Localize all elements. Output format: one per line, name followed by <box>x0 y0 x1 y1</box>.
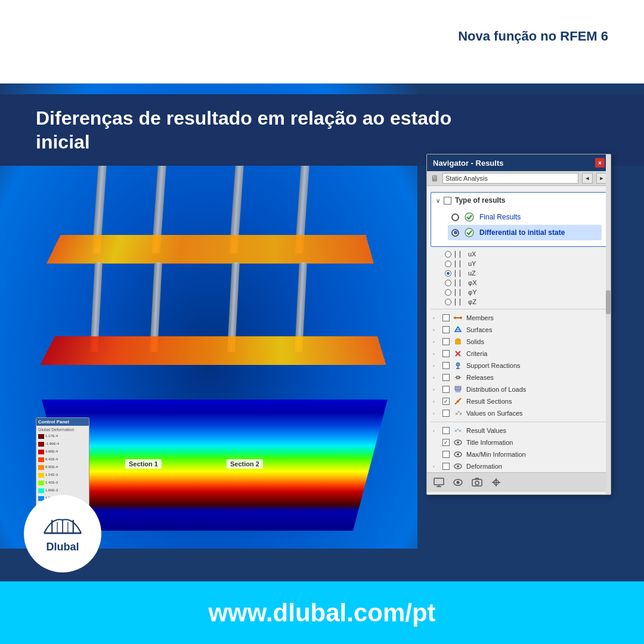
nav-members[interactable]: › Members <box>427 312 611 324</box>
nav-result-values[interactable]: › × × × Result Values <box>427 425 611 436</box>
nav-support-reactions[interactable]: › Support Reactions <box>427 360 611 371</box>
svg-text:×: × <box>459 428 462 434</box>
uy-label: uY <box>468 260 476 267</box>
uz-label: uZ <box>468 270 476 277</box>
disp-phiy[interactable]: ▏▏ φY <box>427 287 611 297</box>
title-info-label: Title Information <box>466 439 513 446</box>
nav-releases[interactable]: › Releases <box>427 371 611 383</box>
ux-label: uX <box>468 250 476 258</box>
final-results-radio[interactable] <box>451 213 459 221</box>
section-1-label: Section 1 <box>125 459 162 469</box>
values-surfaces-checkbox[interactable] <box>442 410 450 417</box>
members-checkbox[interactable] <box>442 314 450 321</box>
phix-radio[interactable] <box>445 280 451 286</box>
maxmin-label: Max/Min Information <box>466 451 526 458</box>
ux-radio[interactable] <box>445 251 451 258</box>
disp-ux[interactable]: ▏▏ uX <box>427 249 611 259</box>
support-reactions-checkbox[interactable] <box>442 362 450 369</box>
dist-loads-checkbox[interactable] <box>442 386 450 393</box>
support-reactions-icon <box>453 361 463 370</box>
tree-items-group1: › Members › <box>427 312 611 419</box>
uy-radio[interactable] <box>445 261 451 267</box>
nav-surfaces[interactable]: › Surfaces <box>427 324 611 336</box>
type-results-checkbox[interactable] <box>444 197 451 205</box>
nav-result-sections[interactable]: › Result Sections <box>427 395 611 407</box>
svg-point-11 <box>456 363 460 366</box>
support-reactions-label: Support Reactions <box>466 362 521 369</box>
final-results-option[interactable]: Final Results <box>448 209 602 225</box>
scrollbar-thumb[interactable] <box>606 290 611 314</box>
result-values-checkbox[interactable] <box>442 427 450 434</box>
nav-criteria[interactable]: › Criteria <box>427 348 611 360</box>
criteria-checkbox[interactable] <box>442 350 450 357</box>
releases-label: Releases <box>466 374 494 381</box>
svg-point-3 <box>454 317 456 319</box>
uz-radio[interactable] <box>445 270 451 277</box>
navigator-bottom-bar <box>427 472 611 492</box>
solids-icon <box>453 337 463 346</box>
displacement-items: ▏▏ uX ▏▏ uY ▏▏ uZ ▏▏ φX <box>427 249 611 306</box>
nav-distribution-loads[interactable]: › Distribution of Loads <box>427 383 611 395</box>
phiy-radio[interactable] <box>445 289 451 296</box>
navigator-content: ∨ Type of results Final Results <box>427 186 611 494</box>
svg-point-22 <box>457 400 459 402</box>
nav-title-information[interactable]: › Title Information <box>427 436 611 448</box>
svg-point-30 <box>457 441 459 444</box>
separator-2 <box>431 422 607 422</box>
close-button[interactable]: × <box>595 158 605 168</box>
result-sections-checkbox[interactable] <box>442 398 450 405</box>
title-banner-text: Diferenças de resultado em relação ao es… <box>36 106 451 154</box>
render-icon[interactable] <box>489 475 503 490</box>
nav-values-surfaces[interactable]: › × × × Values on Surfaces <box>427 407 611 419</box>
result-sections-chevron: › <box>433 399 439 404</box>
svg-marker-5 <box>455 327 461 332</box>
svg-text:×: × <box>459 411 462 417</box>
nav-maxmin-information[interactable]: › Max/Min Information <box>427 448 611 460</box>
maxmin-icon <box>453 450 463 459</box>
result-sections-icon <box>453 397 463 406</box>
differential-option[interactable]: Differential to initial state <box>448 225 602 240</box>
differential-radio[interactable] <box>451 229 459 237</box>
surfaces-icon <box>453 325 463 335</box>
bridge-icon <box>39 515 86 538</box>
footer-url[interactable]: www.dlubal.com/pt <box>208 599 435 627</box>
final-results-icon <box>464 212 475 222</box>
uz-radio-fill <box>447 272 450 275</box>
disp-uy[interactable]: ▏▏ uY <box>427 259 611 268</box>
tree-items-group2: › × × × Result Values › <box>427 425 611 472</box>
releases-checkbox[interactable] <box>442 374 450 381</box>
disp-phix[interactable]: ▏▏ φX <box>427 278 611 287</box>
mid-slab-1 <box>47 235 374 264</box>
svg-point-0 <box>465 213 473 221</box>
nav-solids[interactable]: › Solids <box>427 336 611 348</box>
releases-chevron: › <box>433 375 439 380</box>
disp-uz[interactable]: ▏▏ uZ <box>427 268 611 278</box>
footer: www.dlubal.com/pt <box>0 581 644 644</box>
prev-button[interactable]: ◄ <box>582 173 593 184</box>
nav-deformation[interactable]: › Deformation <box>427 460 611 472</box>
analysis-dropdown[interactable]: Static Analysis <box>442 173 578 184</box>
criteria-label: Criteria <box>466 350 487 357</box>
criteria-icon <box>453 349 463 358</box>
surfaces-checkbox[interactable] <box>442 326 450 333</box>
separator-1 <box>431 309 607 309</box>
eye-icon[interactable] <box>451 475 465 490</box>
svg-point-4 <box>460 317 462 319</box>
maxmin-checkbox[interactable] <box>442 451 450 458</box>
deformation-checkbox[interactable] <box>442 463 450 470</box>
camera-icon[interactable] <box>470 475 484 490</box>
svg-rect-16 <box>457 376 459 379</box>
type-results-label: Type of results <box>455 196 505 205</box>
display-icon[interactable] <box>432 475 446 490</box>
phiz-radio[interactable] <box>445 299 451 305</box>
disp-phiz[interactable]: ▏▏ φZ <box>427 297 611 306</box>
title-info-checkbox[interactable] <box>442 439 450 446</box>
header-title: Nova função no RFEM 6 <box>458 29 608 44</box>
solids-checkbox[interactable] <box>442 338 450 345</box>
svg-point-41 <box>475 481 479 485</box>
surfaces-label: Surfaces <box>466 326 492 333</box>
differential-label: Differential to initial state <box>479 228 565 237</box>
deformation-chevron: › <box>433 464 439 469</box>
navigator-scrollbar[interactable] <box>606 154 611 494</box>
dist-loads-label: Distribution of Loads <box>466 386 526 393</box>
